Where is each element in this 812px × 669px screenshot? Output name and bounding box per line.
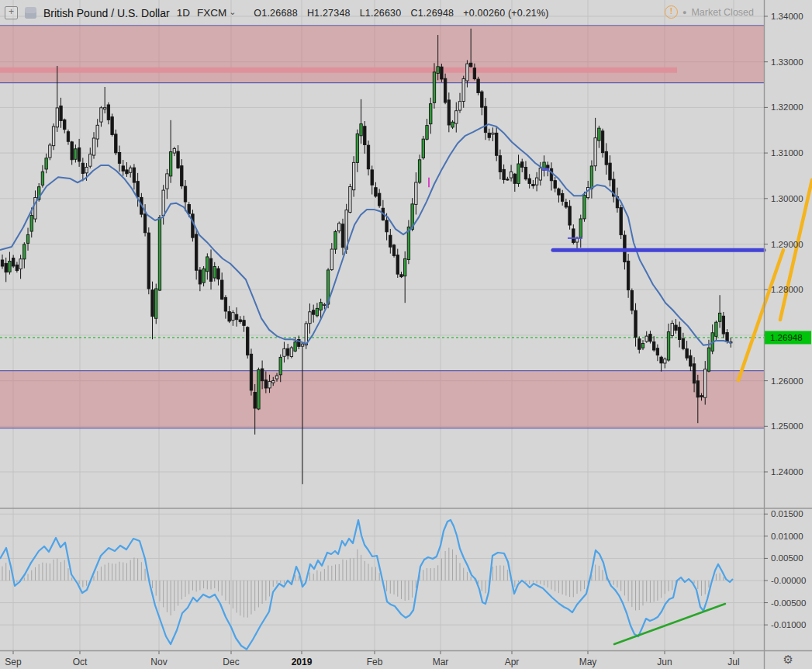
chart-legend: + British Pound / U.S. Dollar 1D FXCM ⌄ … xyxy=(5,6,549,19)
ohlc-change: +0.00260 (+0.21%) xyxy=(463,8,548,19)
time-tick-label: 2019 xyxy=(292,657,313,667)
market-status-label: Market Closed xyxy=(691,7,754,18)
grid xyxy=(0,0,764,650)
time-tick-label: Dec xyxy=(223,657,239,667)
time-tick-label: Oct xyxy=(73,657,88,667)
momentum-tick-label: -0.00000 xyxy=(771,576,806,585)
chart-window: 1.340001.330001.320001.310001.300001.290… xyxy=(0,0,812,669)
time-tick-label: Mar xyxy=(433,657,449,667)
symbol-title[interactable]: British Pound / U.S. Dollar xyxy=(43,7,170,19)
momentum-tick-label: 0.00500 xyxy=(771,553,803,563)
ohlc-low: L1.26630 xyxy=(360,8,402,19)
ohlc-readout: O1.26688 H1.27348 L1.26630 C1.26948 +0.0… xyxy=(254,8,548,19)
exchange-label[interactable]: FXCM xyxy=(197,7,226,19)
price-tick-label: 1.30000 xyxy=(771,194,803,203)
market-status: ! ● Market Closed xyxy=(665,5,754,19)
momentum-tick-label: -0.01000 xyxy=(771,620,806,629)
chevron-down-icon[interactable]: ⌄ xyxy=(229,7,236,17)
price-tick-label: 1.24000 xyxy=(771,467,803,477)
time-tick-label: May xyxy=(579,657,597,667)
time-tick-label: Jul xyxy=(727,657,739,667)
demand-zone xyxy=(0,371,764,428)
status-dot-icon: ● xyxy=(682,9,686,16)
momentum-tick-label: 0.01000 xyxy=(771,532,803,541)
time-tick-label: Sep xyxy=(5,657,22,667)
supply-demand-zones[interactable] xyxy=(0,26,764,428)
supply-zone xyxy=(0,26,764,83)
price-tick-label: 1.28000 xyxy=(771,285,803,294)
momentum-tick-label: -0.00500 xyxy=(771,598,806,608)
price-tick-label: 1.34000 xyxy=(771,12,803,21)
price-axis[interactable]: 1.340001.330001.320001.310001.300001.290… xyxy=(764,12,811,629)
price-tick-label: 1.26000 xyxy=(771,376,803,386)
time-tick-label: Feb xyxy=(367,657,383,667)
time-tick-label: Jun xyxy=(657,657,672,667)
symbol-flag-icon xyxy=(25,7,36,19)
add-symbol-icon[interactable]: + xyxy=(5,6,18,19)
price-tick-label: 1.31000 xyxy=(771,148,803,158)
momentum-line[interactable] xyxy=(0,520,733,650)
zone-inner-band xyxy=(0,68,677,73)
time-tick-label: Nov xyxy=(150,657,167,667)
ohlc-close: C1.26948 xyxy=(410,8,454,19)
price-tick-label: 1.25000 xyxy=(771,421,803,431)
price-tick-label: 1.32000 xyxy=(771,102,803,112)
chart-canvas[interactable]: 1.340001.330001.320001.310001.300001.290… xyxy=(0,0,812,669)
settings-gear-icon[interactable]: ⚙ xyxy=(783,653,793,667)
current-price-label-text: 1.26948 xyxy=(770,333,803,342)
time-axis[interactable]: SepOctNovDec2019FebMarAprMayJunJul xyxy=(5,651,739,667)
interval-label[interactable]: 1D xyxy=(177,7,190,19)
price-tick-label: 1.29000 xyxy=(771,240,803,249)
warning-icon[interactable]: ! xyxy=(665,5,678,19)
price-tick-label: 1.33000 xyxy=(771,57,803,67)
ohlc-open: O1.26688 xyxy=(254,8,298,19)
ohlc-high: H1.27348 xyxy=(307,8,351,19)
yellow-trendline-1[interactable] xyxy=(738,250,783,380)
time-tick-label: Apr xyxy=(505,657,520,667)
momentum-tick-label: 0.01500 xyxy=(771,509,803,518)
